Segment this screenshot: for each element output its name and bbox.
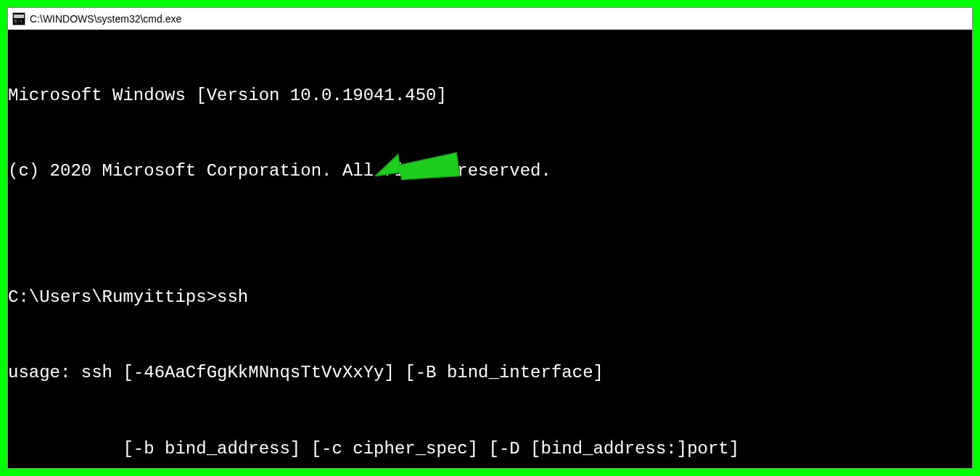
titlebar[interactable]: C:\WINDOWS\system32\cmd.exe: [8, 8, 972, 30]
cmd-window: C:\WINDOWS\system32\cmd.exe Microsoft Wi…: [7, 7, 973, 469]
terminal-line: usage: ssh [-46AaCfGgKkMNnqsTtVvXxYy] [-…: [8, 361, 972, 386]
window-title: C:\WINDOWS\system32\cmd.exe: [30, 13, 181, 25]
terminal-line: Microsoft Windows [Version 10.0.19041.45…: [8, 83, 972, 109]
terminal-line: (c) 2020 Microsoft Corporation. All righ…: [8, 159, 972, 184]
terminal-area[interactable]: Microsoft Windows [Version 10.0.19041.45…: [8, 30, 972, 468]
terminal-line: [-b bind_address] [-c cipher_spec] [-D […: [8, 437, 972, 462]
cmd-icon: [12, 12, 25, 25]
terminal-line: C:\Users\Rumyittips>ssh: [8, 285, 972, 311]
